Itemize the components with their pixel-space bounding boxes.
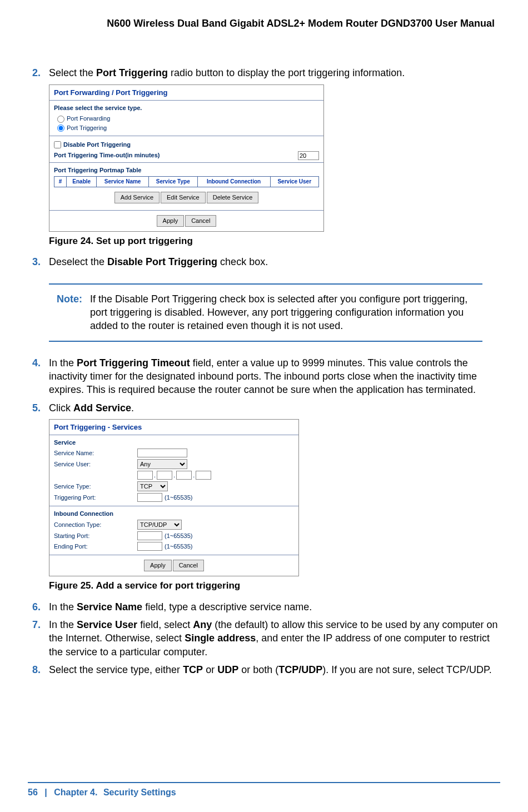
- cancel-button[interactable]: Cancel: [185, 215, 216, 227]
- bold: TCP/UDP: [278, 664, 322, 675]
- bold: Any: [193, 619, 212, 630]
- add-service-button[interactable]: Add Service: [114, 192, 160, 203]
- timeout-input[interactable]: [298, 151, 319, 160]
- radio-port-triggering-row: Port Triggering: [57, 124, 319, 132]
- ip-dot: .: [193, 472, 195, 479]
- text: Select the service type, either: [49, 664, 183, 675]
- step-3-body: Deselect the Disable Port Triggering che…: [49, 255, 500, 268]
- ui-window-title: Port Forwarding / Port Triggering: [49, 85, 323, 101]
- starting-port-input[interactable]: [137, 531, 162, 540]
- text: or: [203, 664, 217, 675]
- radio-port-forwarding[interactable]: [57, 116, 64, 123]
- step-4: 4. In the Port Triggering Timeout field,…: [32, 356, 500, 397]
- step-2: 2. Select the Port Triggering radio butt…: [32, 66, 500, 79]
- text: Deselect the: [49, 256, 107, 267]
- th-inbound-connection: Inbound Connection: [197, 177, 270, 187]
- text: .: [131, 402, 134, 414]
- step-6-body: In the Service Name field, type a descri…: [49, 600, 500, 614]
- th-service-name: Service Name: [97, 177, 148, 187]
- service-section-heading: Service: [54, 439, 294, 447]
- step-5: 5. Click Add Service.: [32, 401, 500, 415]
- disable-port-triggering-row: Disable Port Triggering: [54, 141, 319, 149]
- apply-cancel-row: ApplyCancel: [49, 555, 298, 576]
- text: check box.: [217, 256, 268, 267]
- chapter-number: Chapter 4.: [54, 788, 97, 797]
- service-name-label: Service Name:: [54, 449, 137, 457]
- ending-port-label: Ending Port:: [54, 542, 137, 551]
- bold: Disable Port Triggering: [107, 256, 217, 267]
- ip-seg-3[interactable]: [176, 471, 192, 480]
- ip-seg-2[interactable]: [157, 471, 172, 480]
- apply-button[interactable]: Apply: [144, 560, 172, 571]
- service-type-label: Please select the service type.: [54, 104, 319, 112]
- port-range-hint: (1~65535): [165, 494, 192, 501]
- disable-port-triggering-label: Disable Port Triggering: [63, 141, 131, 148]
- edit-service-button[interactable]: Edit Service: [161, 192, 206, 203]
- note-text: If the Disable Port Triggering check box…: [90, 292, 471, 333]
- step-5-body: Click Add Service.: [49, 401, 500, 415]
- ip-seg-4[interactable]: [196, 471, 211, 480]
- text: Select the: [49, 67, 96, 78]
- bold: Port Triggering Timeout: [77, 357, 190, 368]
- service-user-select[interactable]: Any: [137, 459, 187, 469]
- th-enable: Enable: [67, 177, 97, 187]
- step-3: 3. Deselect the Disable Port Triggering …: [32, 255, 500, 268]
- chapter-title: Security Settings: [103, 788, 176, 797]
- step-8-num: 8.: [32, 663, 49, 676]
- connection-type-label: Connection Type:: [54, 521, 137, 529]
- step-4-num: 4.: [32, 356, 49, 397]
- step-5-num: 5.: [32, 401, 49, 415]
- bold: Add Service: [73, 402, 131, 414]
- timeout-label: Port Triggering Time-out(in minutes): [54, 151, 160, 160]
- service-type-select[interactable]: TCP: [137, 481, 168, 491]
- text: or both (: [238, 664, 278, 675]
- text: In the: [49, 357, 77, 368]
- triggering-port-input[interactable]: [137, 493, 162, 502]
- apply-button[interactable]: Apply: [157, 215, 185, 227]
- footer-separator: |: [44, 788, 47, 797]
- step-3-num: 3.: [32, 255, 49, 268]
- delete-service-button[interactable]: Delete Service: [207, 192, 259, 203]
- note-label: Note:: [57, 292, 90, 333]
- triggering-port-label: Triggering Port:: [54, 494, 137, 502]
- cancel-button[interactable]: Cancel: [173, 560, 204, 571]
- step-2-body: Select the Port Triggering radio button …: [49, 66, 500, 79]
- text: radio button to display the port trigger…: [168, 67, 405, 78]
- text: In the: [49, 601, 77, 612]
- radio-port-triggering[interactable]: [57, 124, 64, 132]
- note-block: Note: If the Disable Port Triggering che…: [49, 283, 482, 342]
- page-number: 56: [28, 788, 38, 797]
- connection-type-select[interactable]: TCP/UDP: [137, 520, 182, 530]
- text: field, select: [137, 619, 193, 630]
- step-6-num: 6.: [32, 600, 49, 614]
- step-7-num: 7.: [32, 618, 49, 659]
- ui-window-port-triggering-services: Port Triggering - Services Service Servi…: [49, 419, 299, 576]
- port-range-hint: (1~65535): [165, 532, 192, 539]
- step-7: 7. In the Service User field, select Any…: [32, 618, 500, 659]
- step-7-body: In the Service User field, select Any (t…: [49, 618, 500, 659]
- radio-port-forwarding-label: Port Forwarding: [67, 115, 110, 122]
- ui-window-title: Port Triggering - Services: [49, 420, 298, 436]
- service-name-input[interactable]: [137, 449, 187, 457]
- bold: Port Triggering: [96, 67, 168, 78]
- step-4-body: In the Port Triggering Timeout field, en…: [49, 356, 500, 397]
- ui-window-port-triggering: Port Forwarding / Port Triggering Please…: [49, 84, 324, 232]
- checkbox-disable-port-triggering[interactable]: [54, 141, 61, 148]
- figure-24: Port Forwarding / Port Triggering Please…: [49, 84, 500, 248]
- ip-seg-1[interactable]: [137, 471, 153, 480]
- service-type-label: Service Type:: [54, 482, 137, 491]
- figure-25: Port Triggering - Services Service Servi…: [49, 419, 500, 592]
- text: ). If you are not sure, select TCP/UDP.: [322, 664, 491, 675]
- ending-port-input[interactable]: [137, 542, 162, 551]
- timeout-row: Port Triggering Time-out(in minutes): [54, 151, 319, 160]
- service-user-label: Service User:: [54, 460, 137, 469]
- portmap-table-label: Port Triggering Portmap Table: [54, 166, 319, 175]
- apply-cancel-row: ApplyCancel: [49, 210, 323, 231]
- bold: UDP: [217, 664, 238, 675]
- radio-port-forwarding-row: Port Forwarding: [57, 114, 319, 123]
- th-service-type: Service Type: [148, 177, 197, 187]
- footer-rule: [28, 782, 500, 783]
- bold: Service Name: [77, 601, 142, 612]
- text: Click: [49, 402, 73, 414]
- step-8-body: Select the service type, either TCP or U…: [49, 663, 500, 676]
